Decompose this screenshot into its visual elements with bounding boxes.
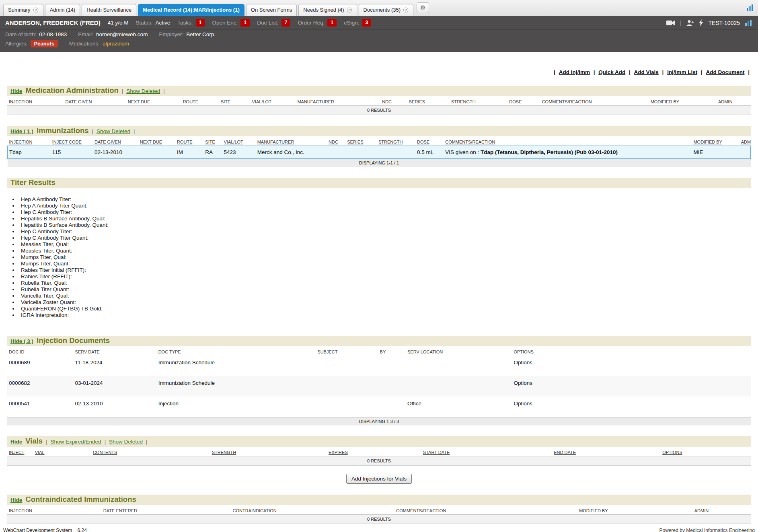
immunizations-title: Immunizations <box>37 126 89 135</box>
patient-chart-icon[interactable] <box>745 19 753 26</box>
col-header[interactable]: STRENGTH <box>377 138 415 146</box>
col-header[interactable]: ADMIN <box>740 138 751 146</box>
ndc-cell <box>327 146 345 159</box>
tasks-badge[interactable]: 1 <box>196 19 205 27</box>
col-header[interactable]: BY <box>378 347 406 355</box>
col-header[interactable]: DOC TYPE <box>157 347 316 355</box>
show-deleted-link[interactable]: Show Deleted <box>109 439 143 445</box>
col-header[interactable]: SERIES <box>407 97 450 106</box>
document-row[interactable]: 0000541 02-13-2010 Injection Office Opti… <box>7 396 751 417</box>
col-header[interactable]: OPTIONS <box>512 347 751 355</box>
tab-summary[interactable]: Summary <box>3 4 43 16</box>
col-header[interactable]: DOSE <box>507 97 540 106</box>
col-header[interactable]: INJECTION <box>7 97 64 106</box>
col-header[interactable]: DOSE <box>415 138 444 146</box>
tab-admin[interactable]: Admin (14) <box>45 4 80 16</box>
medication-value[interactable]: alprazolam <box>103 41 129 47</box>
col-header[interactable]: DOC ID <box>7 347 74 355</box>
settings-button[interactable]: ⚙ <box>417 2 429 13</box>
col-header[interactable]: SERIES <box>345 138 377 146</box>
col-header[interactable]: SITE <box>219 97 251 106</box>
col-header[interactable]: NEXT DUE <box>138 138 175 146</box>
col-header[interactable]: MODIFIED BY <box>649 97 717 106</box>
tab-health-surveillance[interactable]: Health Surveillance <box>82 4 136 16</box>
allergy-badge[interactable]: Peanuts <box>31 40 58 47</box>
add-document-link[interactable]: Add Document <box>706 69 744 75</box>
col-header[interactable]: SERV DATE <box>74 347 157 355</box>
stats-chart-icon[interactable] <box>746 4 755 12</box>
popout-icon[interactable] <box>403 7 409 13</box>
open-enc-badge[interactable]: 1 <box>240 19 250 27</box>
add-vials-link[interactable]: Add Vials <box>634 69 659 75</box>
col-header[interactable]: END DATE <box>552 448 661 456</box>
col-header[interactable]: ADMIN <box>717 97 751 106</box>
hide-vials-link[interactable]: Hide <box>10 439 22 445</box>
col-header[interactable]: DATE GIVEN <box>93 138 138 146</box>
col-header[interactable]: INJECTION <box>7 506 102 515</box>
col-header[interactable]: COMMENTS/REACTION <box>540 97 649 106</box>
col-header[interactable]: STRENGTH <box>210 448 327 456</box>
show-deleted-link[interactable]: Show Deleted <box>126 88 160 94</box>
tab-documents[interactable]: Documents (35) <box>359 4 413 16</box>
hide-contraindicated-link[interactable]: Hide <box>10 497 22 503</box>
add-injections-for-vials-button[interactable]: Add Injections for Vials <box>346 474 412 484</box>
show-expired-ended-link[interactable]: Show Expired/Ended <box>51 439 101 445</box>
tab-needs-signed[interactable]: Needs Signed (4) <box>298 4 357 16</box>
add-user-icon[interactable] <box>686 20 694 26</box>
col-header[interactable]: INJECTION <box>8 138 51 146</box>
injection-documents-title: Injection Documents <box>37 336 110 345</box>
immunization-row[interactable]: Tdap 115 02-13-2010 IM RA 5423 Merck and… <box>8 146 751 159</box>
tab-medical-record-mar-injections[interactable]: Medical Record (14):MAR/Injections (1) <box>138 4 244 16</box>
quick-action-lightning-icon[interactable] <box>699 19 703 26</box>
quick-add-link[interactable]: Quick Add <box>598 69 625 75</box>
due-list-group: Due List: 7 <box>257 19 290 27</box>
col-header[interactable]: MANUFACTURER <box>296 97 380 106</box>
col-header[interactable]: COMMENTS/REACTION <box>444 138 692 146</box>
col-header[interactable]: COMMENTS/REACTION <box>394 506 577 515</box>
col-header[interactable]: ROUTE <box>181 97 219 106</box>
options-link[interactable]: Options <box>512 355 751 376</box>
show-deleted-link[interactable]: Show Deleted <box>97 128 130 134</box>
col-header[interactable]: NDC <box>327 138 345 146</box>
section-vials: Hide Vials | Show Expired/Ended | Show D… <box>7 436 751 484</box>
col-header[interactable]: VIAL/LOT <box>222 138 256 146</box>
col-header[interactable]: DATE GIVEN <box>64 97 126 106</box>
col-header[interactable]: MODIFIED BY <box>692 138 739 146</box>
document-row[interactable]: 0000689 11-18-2024 Immunization Schedule… <box>7 355 751 376</box>
col-header[interactable]: VIAL <box>33 448 91 456</box>
col-header[interactable]: NDC <box>380 97 407 106</box>
col-header[interactable]: ROUTE <box>175 138 203 146</box>
col-header[interactable]: MANUFACTURER <box>256 138 327 146</box>
col-header[interactable]: START DATE <box>421 448 552 456</box>
col-header[interactable]: MODIFIED BY <box>577 506 693 515</box>
options-link[interactable]: Options <box>512 376 751 396</box>
hide-injection-documents-link[interactable]: Hide ( 3 ) <box>10 338 33 344</box>
col-header[interactable]: EXPIRES <box>327 448 421 456</box>
esign-badge[interactable]: 3 <box>362 19 371 27</box>
hide-medication-administration-link[interactable]: Hide <box>10 88 22 94</box>
col-header[interactable]: NEXT DUE <box>126 97 181 106</box>
col-header[interactable]: VIAL/LOT <box>251 97 296 106</box>
col-header[interactable]: OPTIONS <box>661 448 751 456</box>
col-header[interactable]: INJECT <box>7 448 33 456</box>
col-header[interactable]: SUBJECT <box>316 347 378 355</box>
col-header[interactable]: CONTENTS <box>91 448 210 456</box>
col-header[interactable]: CONTRAINDICATION <box>231 506 395 515</box>
due-list-badge[interactable]: 7 <box>281 19 291 27</box>
col-header[interactable]: INJECT CODE <box>51 138 93 146</box>
col-header[interactable]: STRENGTH <box>450 97 507 106</box>
options-link[interactable]: Options <box>512 396 751 417</box>
popout-icon[interactable] <box>347 7 352 13</box>
tab-on-screen-forms[interactable]: On Screen Forms <box>246 4 297 16</box>
col-header[interactable]: DATE ENTERED <box>102 506 231 515</box>
col-header[interactable]: SITE <box>203 138 222 146</box>
inj-imm-list-link[interactable]: Inj/Imm List <box>667 69 697 75</box>
popout-icon[interactable] <box>33 7 39 13</box>
col-header[interactable]: SERV LOCATION <box>406 347 512 355</box>
col-header[interactable]: ADMIN <box>693 506 751 515</box>
hide-immunizations-link[interactable]: Hide ( 1 ) <box>10 128 33 134</box>
add-inj-imm-link[interactable]: Add Inj/Imm <box>559 69 590 75</box>
document-row[interactable]: 0000682 03-01-2024 Immunization Schedule… <box>7 376 751 396</box>
order-req-badge[interactable]: 1 <box>327 19 337 27</box>
video-call-icon[interactable] <box>666 20 675 26</box>
